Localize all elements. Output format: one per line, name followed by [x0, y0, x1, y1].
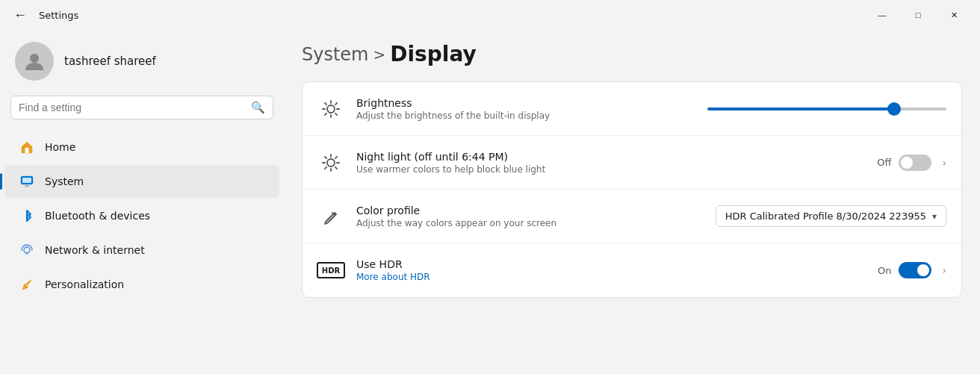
back-button[interactable]: ← [9, 6, 31, 25]
personalization-icon [19, 277, 34, 292]
search-box[interactable]: 🔍 [10, 96, 273, 119]
hdr-badge: HDR [317, 262, 345, 278]
breadcrumb: System > Display [302, 42, 962, 66]
username: tashreef shareef [64, 54, 156, 68]
night-light-toggle-thumb [901, 157, 913, 169]
night-light-row[interactable]: Night light (off until 6:44 PM) Use warm… [303, 136, 961, 190]
use-hdr-link[interactable]: More about HDR [356, 272, 866, 282]
color-profile-row: Color profile Adjust the way colors appe… [303, 190, 961, 243]
slider-thumb[interactable] [887, 102, 901, 116]
close-button[interactable]: ✕ [937, 3, 971, 27]
chevron-down-icon: ▾ [932, 211, 937, 222]
svg-point-0 [30, 54, 39, 63]
sidebar-item-personalization-label: Personalization [45, 278, 124, 290]
use-hdr-toggle-thumb [917, 264, 929, 276]
hdr-icon: HDR [317, 257, 344, 284]
svg-rect-1 [25, 148, 29, 153]
brightness-slider[interactable] [707, 107, 946, 110]
brightness-text: Brightness Adjust the brightness of the … [356, 97, 695, 121]
brightness-control [707, 107, 946, 110]
app-title: Settings [39, 10, 78, 21]
svg-rect-3 [22, 178, 31, 183]
night-light-control: Off › [877, 155, 946, 171]
use-hdr-title: Use HDR [356, 258, 866, 270]
content-area: System > Display [284, 27, 980, 374]
brightness-icon [317, 96, 344, 122]
use-hdr-row[interactable]: HDR Use HDR More about HDR On › [303, 243, 961, 297]
night-light-toggle[interactable] [899, 155, 931, 171]
svg-point-5 [26, 252, 28, 255]
night-light-toggle-label: Off [877, 157, 891, 168]
night-light-icon [317, 149, 344, 176]
network-icon [19, 243, 34, 258]
main-layout: tashreef shareef 🔍 Home [0, 27, 980, 374]
sidebar-item-home[interactable]: Home [4, 131, 279, 163]
sidebar-item-network-label: Network & internet [45, 244, 145, 256]
svg-point-6 [327, 105, 335, 113]
search-icon: 🔍 [251, 101, 265, 114]
settings-card: Brightness Adjust the brightness of the … [302, 81, 962, 298]
svg-line-21 [335, 166, 337, 168]
use-hdr-control: On › [878, 262, 946, 278]
svg-line-23 [335, 156, 337, 158]
sidebar-item-system-label: System [45, 175, 84, 187]
home-icon [19, 140, 34, 155]
color-profile-dropdown-value: HDR Calibrated Profile 8/30/2024 223955 [725, 211, 926, 222]
night-light-text: Night light (off until 6:44 PM) Use warm… [356, 151, 865, 175]
search-input[interactable] [19, 102, 245, 113]
brightness-title: Brightness [356, 97, 695, 109]
color-profile-dropdown[interactable]: HDR Calibrated Profile 8/30/2024 223955 … [716, 205, 946, 227]
sidebar-item-system[interactable]: System [4, 165, 279, 198]
color-profile-title: Color profile [356, 205, 704, 216]
title-bar-left: ← Settings [9, 6, 78, 25]
brightness-row: Brightness Adjust the brightness of the … [303, 82, 961, 136]
sidebar-item-home-label: Home [45, 141, 75, 153]
sidebar-item-personalization[interactable]: Personalization [4, 268, 279, 301]
breadcrumb-current: Display [390, 42, 476, 66]
svg-line-14 [335, 102, 337, 104]
breadcrumb-parent: System [302, 44, 369, 65]
sidebar: tashreef shareef 🔍 Home [0, 27, 284, 374]
avatar [15, 42, 54, 81]
use-hdr-text: Use HDR More about HDR [356, 258, 866, 282]
brightness-desc: Adjust the brightness of the built-in di… [356, 110, 695, 121]
color-profile-desc: Adjust the way colors appear on your scr… [356, 218, 704, 228]
svg-line-12 [335, 113, 337, 114]
title-bar: ← Settings — □ ✕ [0, 0, 980, 27]
system-icon [19, 174, 34, 189]
window-controls: — □ ✕ [865, 3, 971, 27]
use-hdr-toggle[interactable] [899, 262, 931, 278]
maximize-button[interactable]: □ [901, 3, 935, 27]
color-profile-icon [317, 203, 344, 230]
user-section: tashreef shareef [0, 27, 284, 96]
svg-point-15 [327, 159, 335, 166]
sidebar-item-network[interactable]: Network & internet [4, 234, 279, 267]
use-hdr-toggle-label: On [878, 265, 891, 276]
night-light-title: Night light (off until 6:44 PM) [356, 151, 865, 163]
use-hdr-chevron-icon: › [942, 264, 946, 276]
svg-line-11 [325, 102, 326, 104]
sidebar-item-bluetooth-label: Bluetooth & devices [45, 210, 150, 222]
sidebar-item-bluetooth[interactable]: Bluetooth & devices [4, 199, 279, 232]
breadcrumb-separator: > [373, 46, 386, 63]
color-profile-text: Color profile Adjust the way colors appe… [356, 205, 704, 228]
bluetooth-icon [19, 208, 34, 223]
color-profile-control: HDR Calibrated Profile 8/30/2024 223955 … [716, 205, 946, 227]
svg-line-20 [325, 156, 326, 158]
svg-rect-4 [25, 185, 29, 187]
night-light-chevron-icon: › [942, 157, 946, 169]
night-light-desc: Use warmer colors to help block blue lig… [356, 164, 865, 175]
svg-line-22 [325, 166, 326, 168]
minimize-button[interactable]: — [865, 3, 899, 27]
svg-line-13 [325, 113, 326, 114]
